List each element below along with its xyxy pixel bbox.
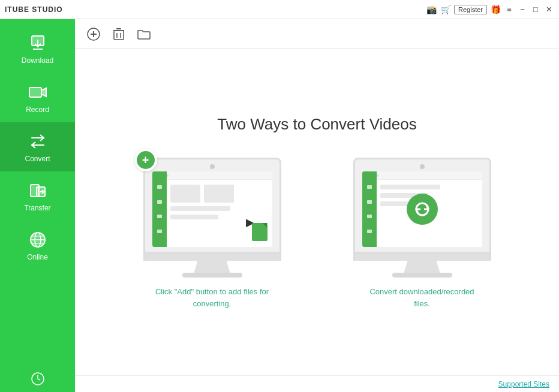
film-hole-r4 — [367, 230, 372, 233]
line-block-2 — [170, 206, 268, 211]
content-footer: Supported Sites — [75, 375, 559, 392]
illustration-add: ▶ + Click "Add" button to add file — [143, 158, 281, 309]
supported-sites-link[interactable]: Supported Sites — [498, 380, 549, 388]
record-label: Record — [26, 105, 49, 114]
line-rect-3 — [170, 206, 230, 211]
illustrations: ▶ + Click "Add" button to add file — [143, 158, 491, 309]
screen-content-right — [362, 171, 482, 247]
film-hole-3 — [157, 215, 162, 218]
content-main: Two Ways to Convert Videos — [75, 49, 559, 375]
sidebar-item-download[interactable]: Download — [0, 24, 75, 73]
register-button[interactable]: Register — [454, 5, 487, 14]
download-icon — [27, 32, 49, 54]
screen-topbar-right — [362, 171, 482, 180]
page-title: Two Ways to Convert Videos — [217, 115, 416, 134]
app-title: ITUBE STUDIO — [5, 5, 63, 14]
title-bar-controls: 📸 🛒 Register 🎁 ≡ − □ ✕ — [425, 4, 554, 16]
monitor-dot-right — [420, 164, 425, 169]
illustration-left-caption: Click "Add" button to add files for conv… — [152, 286, 272, 309]
content-area: Two Ways to Convert Videos — [75, 19, 559, 392]
add-circle-icon: + — [137, 151, 155, 169]
menu-icon[interactable]: ≡ — [504, 4, 515, 15]
minimize-button[interactable]: − — [517, 4, 528, 15]
add-overlay: + — [134, 149, 157, 171]
online-label: Online — [27, 253, 48, 261]
line-rect-1 — [170, 185, 200, 203]
film-strip-left — [152, 171, 167, 247]
film-hole-r2 — [367, 200, 372, 204]
illustration-right-caption: Convert downloaded/recorded files. — [362, 286, 482, 309]
svg-marker-4 — [41, 88, 46, 97]
film-strip-right — [362, 171, 377, 247]
online-icon — [27, 229, 49, 251]
line-block-r1 — [380, 185, 477, 189]
add-button[interactable] — [85, 25, 103, 43]
monitor-dot-left — [210, 164, 215, 169]
title-bar: ITUBE STUDIO 📸 🛒 Register 🎁 ≡ − □ ✕ — [0, 0, 559, 19]
monitor-foot-right — [392, 273, 452, 278]
refresh-icon — [413, 200, 431, 218]
monitor-right — [353, 158, 491, 278]
convert-overlay — [407, 194, 438, 225]
sidebar-item-online[interactable]: Online — [0, 221, 75, 270]
svg-rect-16 — [114, 31, 124, 40]
svg-rect-3 — [29, 88, 41, 97]
monitor-foot-left — [182, 273, 242, 278]
line-block-1 — [170, 185, 268, 203]
monitor-stand-left — [194, 261, 230, 273]
monitor-base-right — [353, 254, 491, 261]
screen-content-left: ▶ — [152, 171, 272, 247]
line-rect-r1 — [380, 185, 440, 189]
film-hole-1 — [157, 185, 162, 189]
sidebar-item-convert[interactable]: Convert — [0, 122, 75, 171]
sidebar-item-transfer[interactable]: Transfer — [0, 171, 75, 221]
film-hole-2 — [157, 200, 162, 204]
monitor-stand-right — [404, 261, 440, 273]
convert-nav-icon — [27, 131, 49, 152]
record-icon — [27, 82, 49, 103]
film-hole-r3 — [367, 215, 372, 218]
sidebar-bottom — [0, 366, 75, 392]
film-hole-4 — [157, 230, 162, 233]
gift-icon[interactable]: 🎁 — [489, 4, 501, 16]
monitor-screen-right — [353, 158, 491, 254]
illustration-convert: Convert downloaded/recorded files. — [353, 158, 491, 309]
transfer-icon — [27, 180, 49, 201]
close-button[interactable]: ✕ — [543, 4, 554, 15]
icon2[interactable]: 🛒 — [440, 4, 452, 16]
clock-icon — [31, 372, 45, 386]
maximize-button[interactable]: □ — [530, 4, 541, 15]
transfer-label: Transfer — [24, 204, 50, 212]
download-label: Download — [22, 56, 53, 65]
film-hole-r1 — [367, 185, 372, 189]
screen-lines-left — [170, 185, 268, 219]
sidebar-item-record[interactable]: Record — [0, 73, 75, 122]
convert-label: Convert — [25, 155, 50, 163]
delete-button[interactable] — [110, 25, 128, 43]
icon1[interactable]: 📸 — [425, 4, 437, 16]
main-layout: Download Record Convert — [0, 19, 559, 392]
line-rect-2 — [204, 185, 234, 203]
monitor-base-left — [143, 254, 281, 261]
screen-topbar-left — [152, 171, 272, 180]
monitor-left: ▶ + — [143, 158, 281, 278]
folder-button[interactable] — [135, 25, 153, 43]
monitor-screen-left: ▶ + — [143, 158, 281, 254]
line-rect-4 — [170, 215, 218, 219]
file-overlay — [252, 223, 268, 241]
toolbar — [75, 19, 559, 49]
sidebar: Download Record Convert — [0, 19, 75, 392]
